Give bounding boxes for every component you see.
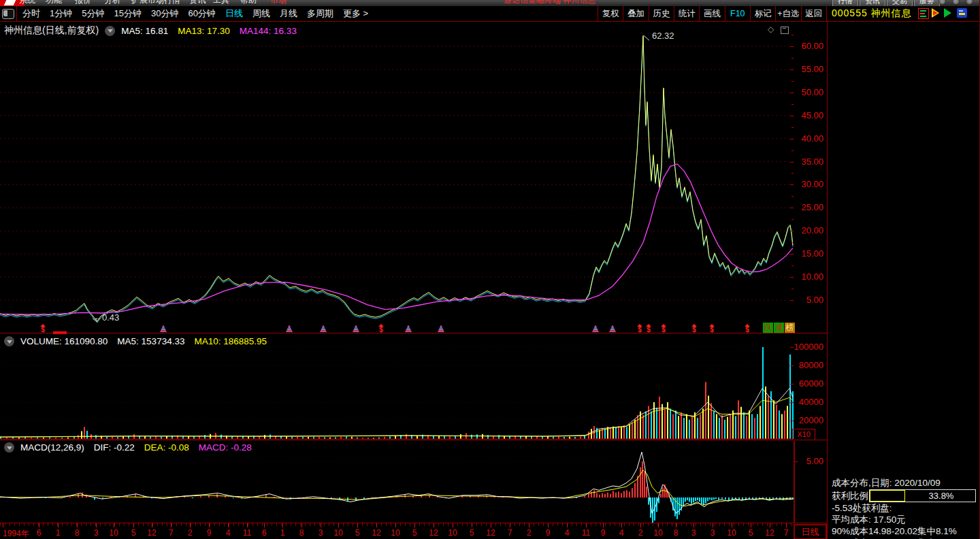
period-indicator-box[interactable]: 日线: [794, 524, 827, 539]
toolbar-button-叠加[interactable]: 叠加: [623, 6, 648, 21]
tab-period-5分钟[interactable]: 5分钟: [77, 7, 109, 20]
axis-tick: [357, 523, 358, 527]
titlebar-button-1[interactable]: 资讯: [860, 0, 885, 6]
menu-item-2[interactable]: 报价: [75, 0, 91, 6]
axis-tick: [790, 277, 794, 278]
titlebar-button-2[interactable]: 交易: [887, 0, 913, 6]
toolbar-button-+自选[interactable]: +自选: [775, 6, 800, 21]
tab-period-月线[interactable]: 月线: [275, 7, 302, 20]
restore-window-icon[interactable]: [781, 27, 789, 34]
menu-item-0[interactable]: 系统: [19, 0, 35, 6]
volume-chart[interactable]: [0, 335, 794, 440]
menu-item-6[interactable]: 工具: [213, 0, 229, 6]
macd-pane-header: MACD(12,26,9)DIF: -0.22DEA: -0.08MACD: -…: [4, 442, 261, 453]
axis-tick: [790, 208, 794, 208]
menu-item-7[interactable]: 帮助: [240, 0, 257, 6]
dividend-marker: $: [636, 321, 644, 333]
time-label: 2: [527, 528, 532, 538]
menu-item-1[interactable]: 功能: [46, 0, 62, 6]
time-label: 7: [169, 528, 174, 538]
maximize-button[interactable]: [952, 0, 960, 5]
titlebar-button-3[interactable]: 服务: [914, 0, 940, 6]
axis-tick: [790, 365, 794, 366]
axis-tick-minor: [791, 35, 794, 35]
axis-tick: [321, 523, 321, 527]
rank-badge[interactable]: 跌减榜: [763, 323, 795, 333]
dividend-marker: $: [743, 321, 751, 333]
axis-tick: [790, 300, 794, 301]
macd-chart[interactable]: [0, 441, 794, 523]
tab-period-周线[interactable]: 周线: [248, 7, 275, 20]
tab-period-分时[interactable]: 分时: [18, 7, 45, 20]
time-label: 3: [94, 528, 99, 538]
axis-tick: [152, 523, 152, 527]
price-axis-label: 45.00: [791, 110, 823, 120]
axis-tick: [751, 523, 751, 527]
time-label: 12: [765, 528, 774, 538]
toolbar-button-标记[interactable]: 标记: [750, 6, 775, 21]
time-label: 11: [243, 528, 251, 538]
price-chart[interactable]: [0, 22, 794, 333]
tdx-terminal-window: 系统功能报价分析扩展市场行情资讯工具帮助 市场 通达信金融终端 神州信息 行情资…: [0, 0, 980, 539]
axis-tick-minor: [791, 173, 794, 174]
menu-item-5[interactable]: 资讯: [189, 0, 206, 6]
chevron-down-icon[interactable]: [105, 26, 115, 36]
dividend-marker: $: [690, 321, 698, 333]
axis-tick: [376, 523, 377, 527]
time-label: 1: [56, 528, 61, 538]
tab-period-多周期[interactable]: 多周期: [302, 7, 338, 20]
app-icon[interactable]: [957, 8, 967, 18]
time-label: 3: [691, 528, 696, 538]
toolbar-button-复权[interactable]: 复权: [598, 6, 623, 21]
axis-tick: [301, 523, 302, 527]
tab-period-60分钟[interactable]: 60分钟: [183, 7, 220, 20]
price-axis-label: 50.00: [791, 87, 823, 97]
tab-period-更多 >[interactable]: 更多 >: [338, 7, 373, 20]
toolbar-button-画线[interactable]: 画线: [699, 6, 724, 21]
axis-tick-minor: [791, 219, 794, 220]
price-axis-label: 60.00: [791, 41, 823, 51]
volume-unit-button[interactable]: X10: [792, 429, 815, 440]
panel-toggle-icon[interactable]: [2, 9, 14, 19]
divider: [16, 6, 17, 21]
axis-tick: [790, 421, 794, 421]
indicator-label: MA13: 17.30: [178, 26, 230, 36]
time-label: 4: [226, 528, 231, 538]
menu-item-promo[interactable]: 市场: [270, 0, 287, 6]
flag-icon[interactable]: [932, 8, 944, 18]
tab-period-15分钟[interactable]: 15分钟: [109, 7, 146, 20]
diamond-icon[interactable]: ◇: [768, 24, 774, 34]
tab-period-30分钟[interactable]: 30分钟: [146, 7, 183, 20]
axis-tick: [790, 184, 794, 185]
quote-list-icon[interactable]: [918, 8, 929, 19]
tab-period-日线[interactable]: 日线: [220, 7, 248, 20]
axis-tick: [567, 523, 568, 527]
toolbar-button-返回[interactable]: 返回: [801, 6, 827, 21]
axis-tick: [676, 523, 676, 527]
toolbar-button-统计[interactable]: 统计: [674, 6, 699, 21]
titlebar-button-0[interactable]: 行情: [832, 0, 858, 6]
profit-at-price-line: -5.53处获利盘:: [832, 502, 892, 514]
close-button[interactable]: [966, 0, 973, 5]
time-label: 10: [727, 528, 736, 538]
axis-tick: [395, 523, 396, 527]
toolbar-button-F10[interactable]: F10: [725, 6, 750, 21]
menu-item-4[interactable]: 扩展市场行情: [131, 0, 180, 6]
chevron-down-icon[interactable]: [4, 442, 14, 453]
green-arrow-icon[interactable]: [944, 8, 956, 18]
axis-tick: [790, 231, 794, 231]
time-label: 10: [333, 528, 342, 538]
toolbar-button-历史[interactable]: 历史: [649, 6, 674, 21]
time-label: 1994年: [3, 528, 29, 539]
minimize-button[interactable]: [938, 0, 946, 5]
axis-tick-minor: [791, 58, 794, 59]
time-label: 2: [638, 528, 643, 538]
ma-indicator-labels: MA5: 16.81MA13: 17.30MA144: 16.33: [121, 26, 306, 36]
menu-item-3[interactable]: 分析: [104, 0, 120, 6]
price-axis-label: 35.00: [791, 157, 823, 167]
axis-tick: [790, 116, 794, 116]
chevron-down-icon[interactable]: [4, 336, 14, 346]
indicator-label: MA5: 153734.33: [117, 336, 184, 346]
axis-tick: [586, 523, 587, 527]
tab-period-1分钟[interactable]: 1分钟: [45, 7, 77, 20]
